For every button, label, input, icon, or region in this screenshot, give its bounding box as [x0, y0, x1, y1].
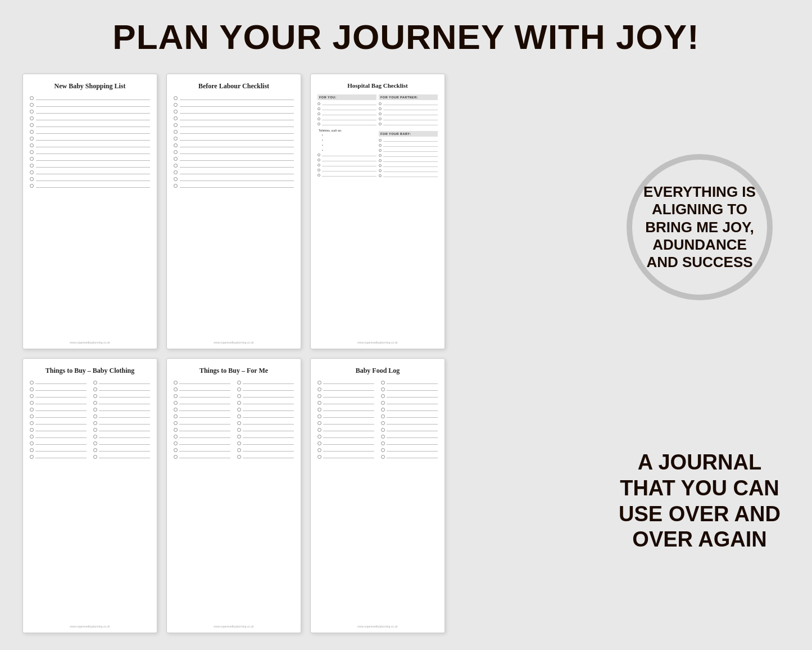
line [322, 159, 376, 161]
two-col-row [30, 387, 150, 391]
line [323, 401, 374, 404]
two-col-row [174, 401, 294, 405]
two-col-row [174, 394, 294, 398]
hospital-row [317, 174, 376, 177]
circle-icon [379, 149, 382, 152]
line [99, 381, 150, 384]
circle-icon [30, 455, 34, 459]
circle-icon [379, 144, 382, 147]
line [383, 108, 438, 110]
line [35, 394, 87, 398]
checklist-row [174, 96, 294, 100]
line [323, 441, 374, 445]
circle-icon [317, 107, 320, 110]
line [179, 421, 230, 425]
line [180, 144, 294, 147]
line [99, 394, 150, 398]
line [36, 137, 150, 141]
line [99, 455, 150, 458]
line [35, 387, 87, 391]
line [323, 455, 374, 458]
line [322, 154, 376, 156]
hospital-row [379, 123, 438, 125]
line [322, 169, 376, 171]
two-col-row [30, 381, 150, 385]
circle-icon [381, 387, 385, 391]
hospital-row [379, 107, 438, 110]
two-col-row [317, 394, 438, 398]
checklist-row [174, 150, 294, 154]
line [36, 103, 150, 107]
line [323, 414, 374, 418]
circle-icon [93, 381, 97, 385]
circle-icon [317, 394, 321, 398]
page-card-new-baby: New Baby Shopping List www.organisedbypl… [22, 74, 157, 349]
line [35, 408, 87, 411]
hospital-row [379, 174, 438, 177]
line [180, 171, 294, 174]
two-col-rows-things-for-me [174, 381, 294, 622]
circle-icon [30, 137, 34, 141]
line [99, 448, 150, 452]
line [387, 441, 438, 445]
circle-icon [93, 448, 97, 452]
checklist-row [174, 110, 294, 114]
circle-icon [317, 154, 320, 156]
circle-icon [93, 387, 97, 391]
circle-icon [174, 381, 178, 385]
line [99, 408, 150, 411]
line [99, 421, 150, 425]
two-col-row [30, 441, 150, 445]
line [36, 144, 150, 147]
line [383, 175, 438, 177]
checklist-row [30, 164, 150, 168]
circle-icon [237, 421, 241, 425]
circle-icon [30, 387, 34, 391]
circle-icon [317, 102, 320, 105]
two-col-row [317, 441, 438, 445]
line [99, 414, 150, 418]
line [99, 401, 150, 404]
line [323, 448, 374, 452]
hospital-row [317, 123, 376, 125]
line [323, 381, 374, 384]
line [180, 164, 294, 168]
circle-icon [174, 143, 178, 147]
circle-icon [317, 455, 321, 459]
checklist-row [30, 110, 150, 114]
checklist-row [30, 143, 150, 147]
circle-icon [317, 401, 321, 405]
two-col-row [174, 408, 294, 412]
line [243, 408, 294, 411]
line [35, 435, 87, 438]
line [243, 381, 294, 384]
line [36, 151, 150, 154]
circle-icon [381, 381, 385, 385]
hospital-row [379, 112, 438, 115]
two-col-row [174, 421, 294, 425]
card-footer-baby-clothing: www.organisedbyplanning.co.uk [30, 625, 150, 628]
checklist-row [30, 123, 150, 127]
line [180, 103, 294, 107]
two-col-row [174, 448, 294, 452]
circle-icon [379, 174, 382, 177]
line [36, 164, 150, 168]
circle-icon [30, 184, 34, 188]
sub-item: • [322, 143, 376, 147]
circle-icon [379, 154, 382, 157]
line [387, 428, 438, 431]
checklist-row [30, 137, 150, 141]
line [180, 117, 294, 120]
checklist-row [174, 137, 294, 141]
two-col-row [30, 401, 150, 405]
line [387, 381, 438, 384]
circle-icon [174, 435, 178, 439]
line [383, 139, 438, 142]
two-col-row [30, 414, 150, 418]
card-title-baby-food-log: Baby Food Log [317, 367, 438, 375]
line [36, 124, 150, 127]
circle-icon [317, 448, 321, 452]
line [179, 435, 230, 438]
circle-icon [93, 435, 97, 439]
checklist-row [30, 170, 150, 174]
